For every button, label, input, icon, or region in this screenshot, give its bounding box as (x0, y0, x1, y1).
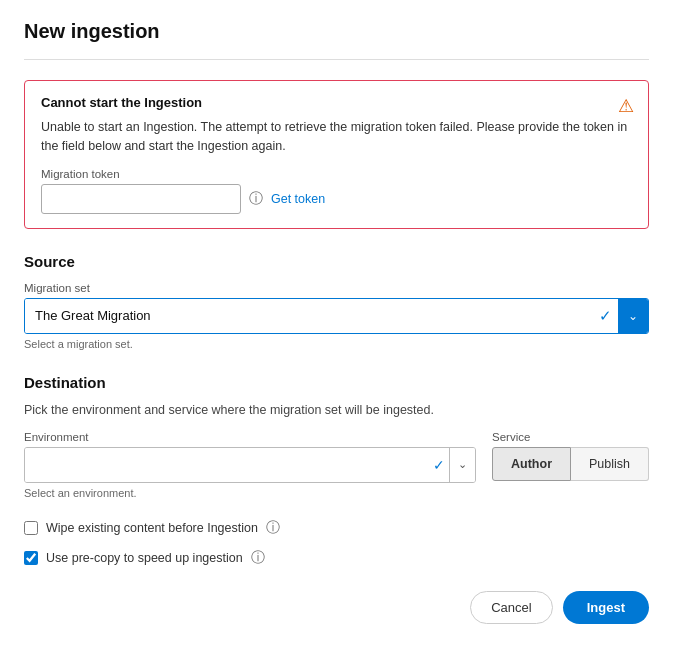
token-row: ⓘ Get token (41, 184, 632, 214)
environment-label: Environment (24, 431, 476, 443)
get-token-link[interactable]: Get token (271, 192, 325, 206)
destination-section-title: Destination (24, 374, 649, 391)
precopy-info-icon[interactable]: ⓘ (251, 549, 265, 567)
environment-input[interactable] (25, 448, 429, 482)
cancel-button[interactable]: Cancel (470, 591, 552, 624)
environment-chevron-icon[interactable]: ⌄ (449, 448, 475, 482)
migration-set-input[interactable] (25, 299, 593, 333)
environment-select-wrapper: ✓ ⌄ (24, 447, 476, 483)
migration-set-check-icon: ✓ (593, 307, 618, 325)
destination-section: Destination Pick the environment and ser… (24, 374, 649, 499)
precopy-checkbox[interactable] (24, 551, 38, 565)
checkbox-section: Wipe existing content before Ingestion ⓘ… (24, 519, 649, 567)
migration-set-select-wrapper: ✓ ⌄ (24, 298, 649, 334)
environment-check-icon: ✓ (429, 457, 449, 473)
destination-section-desc: Pick the environment and service where t… (24, 403, 649, 417)
warning-icon: ⚠ (618, 95, 634, 117)
wipe-checkbox-label[interactable]: Wipe existing content before Ingestion (46, 521, 258, 535)
precopy-checkbox-label[interactable]: Use pre-copy to speed up ingestion (46, 551, 243, 565)
migration-set-chevron-icon[interactable]: ⌄ (618, 299, 648, 333)
service-publish-button[interactable]: Publish (571, 447, 649, 481)
migration-set-label: Migration set (24, 282, 649, 294)
page-title: New ingestion (24, 20, 649, 43)
service-buttons: Author Publish (492, 447, 649, 481)
migration-token-input[interactable] (41, 184, 241, 214)
source-section-title: Source (24, 253, 649, 270)
title-divider (24, 59, 649, 60)
token-info-icon[interactable]: ⓘ (249, 190, 263, 208)
environment-hint: Select an environment. (24, 487, 476, 499)
env-service-row: Environment ✓ ⌄ Select an environment. S… (24, 431, 649, 499)
source-section: Source Migration set ✓ ⌄ Select a migrat… (24, 253, 649, 350)
wipe-info-icon[interactable]: ⓘ (266, 519, 280, 537)
error-message: Unable to start an Ingestion. The attemp… (41, 118, 632, 156)
error-title: Cannot start the Ingestion (41, 95, 632, 110)
migration-set-hint: Select a migration set. (24, 338, 649, 350)
error-box: Cannot start the Ingestion ⚠ Unable to s… (24, 80, 649, 229)
wipe-checkbox[interactable] (24, 521, 38, 535)
ingest-button[interactable]: Ingest (563, 591, 649, 624)
footer-buttons: Cancel Ingest (24, 591, 649, 624)
token-field-label: Migration token (41, 168, 632, 180)
service-label: Service (492, 431, 649, 443)
wipe-checkbox-row: Wipe existing content before Ingestion ⓘ (24, 519, 649, 537)
service-column: Service Author Publish (492, 431, 649, 481)
service-author-button[interactable]: Author (492, 447, 571, 481)
precopy-checkbox-row: Use pre-copy to speed up ingestion ⓘ (24, 549, 649, 567)
environment-column: Environment ✓ ⌄ Select an environment. (24, 431, 476, 499)
